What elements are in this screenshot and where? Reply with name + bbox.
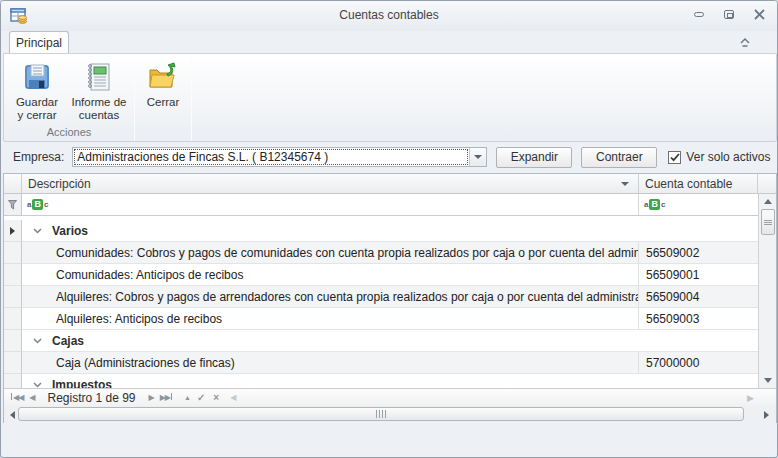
company-toolbar: Empresa: Administraciones de Fincas S.L.… xyxy=(1,143,777,171)
previous-record-button[interactable]: ◀ xyxy=(26,390,37,406)
triangle-right-icon xyxy=(764,411,769,419)
cell-cuenta[interactable]: 56509003 xyxy=(639,308,758,329)
group-row-varios[interactable]: Varios xyxy=(4,220,758,242)
cell-descripcion[interactable]: Alquileres: Cobros y pagos de arrendador… xyxy=(22,286,639,307)
row-indicator xyxy=(4,264,22,286)
abc-filter-icon: aBc xyxy=(27,199,48,210)
close-form-button[interactable]: Cerrar xyxy=(137,57,189,125)
cell-descripcion[interactable]: Caja (Administraciones de fincas) xyxy=(22,352,639,373)
next-record-button[interactable]: ▶ xyxy=(146,390,157,406)
expand-button[interactable]: Expandir xyxy=(496,147,572,168)
row-indicator xyxy=(4,330,22,352)
row-indicator xyxy=(4,374,22,388)
window-title: Cuentas contables xyxy=(1,8,777,22)
table-row[interactable]: Alquileres: Cobros y pagos de arrendador… xyxy=(4,286,758,308)
header-indicator-cell xyxy=(4,174,22,193)
report-button-label-line1: Informe de xyxy=(72,96,127,109)
filter-row-indicator xyxy=(4,194,22,215)
group-expand-chevron[interactable] xyxy=(22,382,52,388)
abc-letter-c: c xyxy=(44,200,48,210)
cell-cuenta[interactable]: 57000000 xyxy=(639,352,758,373)
report-button-label-line2: cuentas xyxy=(79,109,119,122)
cell-cuenta[interactable]: 56509004 xyxy=(639,286,758,307)
record-navigator: ◀◀ ◀ Registro 1 de 99 ▶ ▶▶ ▲ ✓ × ◀ ▶ xyxy=(4,388,776,406)
triangle-down-icon xyxy=(764,378,772,383)
active-only-checkbox[interactable] xyxy=(668,151,681,164)
abc-letter-a: a xyxy=(644,200,648,210)
triangle-up-icon xyxy=(764,199,772,204)
row-indicator xyxy=(4,308,22,330)
horizontal-scrollbar-thumb[interactable] xyxy=(18,407,744,421)
minimize-icon xyxy=(694,12,704,17)
column-header-descripcion[interactable]: Descripción xyxy=(22,174,639,193)
scroll-up-button[interactable] xyxy=(759,194,776,209)
cell-descripcion[interactable]: Alquileres: Anticipos de recibos xyxy=(22,308,639,329)
chevron-down-icon xyxy=(33,338,42,344)
ribbon-tab-row: Principal xyxy=(1,31,777,53)
edit-record-button[interactable]: ▲ xyxy=(181,390,193,406)
grid-body: aBc aBc xyxy=(4,194,776,388)
column-header-cuenta[interactable]: Cuenta contable xyxy=(639,174,758,193)
group-expand-chevron[interactable] xyxy=(22,338,52,344)
vertical-scrollbar[interactable] xyxy=(758,194,776,388)
empresa-combobox[interactable]: Administraciones de Fincas S.L. ( B12345… xyxy=(72,147,487,167)
save-icon xyxy=(21,61,53,93)
empresa-dropdown-button[interactable] xyxy=(469,148,486,166)
scroll-left-button[interactable] xyxy=(6,408,18,421)
cancel-edit-button[interactable]: × xyxy=(209,392,223,403)
group-row-impuestos[interactable]: Impuestos xyxy=(4,374,758,388)
filter-input-descripcion[interactable]: aBc xyxy=(22,194,639,215)
group-name: Varios xyxy=(52,224,88,238)
ribbon-collapse-button[interactable] xyxy=(737,35,753,49)
empresa-label: Empresa: xyxy=(13,150,64,164)
first-record-button[interactable]: ◀◀ xyxy=(8,390,26,406)
filter-input-cuenta[interactable]: aBc xyxy=(639,194,758,215)
row-indicator xyxy=(4,352,22,374)
abc-filter-icon: aBc xyxy=(644,199,665,210)
group-row-cajas[interactable]: Cajas xyxy=(4,330,758,352)
account-report-button[interactable]: Informe de cuentas xyxy=(67,57,131,125)
collapse-chevron-icon xyxy=(739,37,751,48)
close-button[interactable] xyxy=(751,7,767,22)
horizontal-scrollbar[interactable] xyxy=(4,406,776,423)
restore-button[interactable] xyxy=(721,7,737,22)
ribbon-separator xyxy=(191,54,192,141)
commit-edit-button[interactable]: ✓ xyxy=(193,392,209,403)
save-button-label-line2: y cerrar xyxy=(18,109,57,122)
abc-letter-a: a xyxy=(27,200,31,210)
grid-header: Descripción Cuenta contable xyxy=(4,174,776,194)
accounts-grid: Descripción Cuenta contable xyxy=(3,173,777,423)
group-expand-chevron[interactable] xyxy=(22,228,52,234)
save-button-label-line1: Guardar xyxy=(16,96,58,109)
triangle-left-icon xyxy=(10,411,15,419)
cell-cuenta[interactable]: 56509001 xyxy=(639,264,758,285)
ribbon-group-acciones: Guardar y cerrar xyxy=(4,54,134,141)
cell-descripcion[interactable]: Comunidades: Cobros y pagos de comunidad… xyxy=(22,242,639,263)
table-row[interactable]: Comunidades: Cobros y pagos de comunidad… xyxy=(4,242,758,264)
cell-descripcion[interactable]: Comunidades: Anticipos de recibos xyxy=(22,264,639,285)
table-row[interactable]: Caja (Administraciones de fincas) 570000… xyxy=(4,352,758,374)
save-and-close-button[interactable]: Guardar y cerrar xyxy=(7,57,67,125)
minimize-button[interactable] xyxy=(691,7,707,22)
navigator-scroll-right-button[interactable]: ▶ xyxy=(747,393,754,403)
title-bar: Cuentas contables xyxy=(1,1,777,31)
check-icon xyxy=(670,153,680,162)
tab-principal[interactable]: Principal xyxy=(9,31,69,53)
column-filter-arrow-icon[interactable] xyxy=(621,182,629,186)
chevron-down-icon xyxy=(33,382,42,388)
cell-cuenta[interactable]: 56509002 xyxy=(639,242,758,263)
close-folder-icon xyxy=(147,61,179,93)
app-window: Cuentas contables Principal xyxy=(0,0,778,458)
active-only-checkbox-wrap[interactable]: Ver solo activos xyxy=(668,150,770,164)
contract-button[interactable]: Contraer xyxy=(581,147,657,168)
table-row[interactable]: Comunidades: Anticipos de recibos 565090… xyxy=(4,264,758,286)
scroll-right-button[interactable] xyxy=(759,408,773,421)
navigator-scroll-left-button[interactable]: ◀ xyxy=(227,390,238,406)
close-icon xyxy=(754,9,765,20)
last-record-button[interactable]: ▶▶ xyxy=(157,390,175,406)
current-row-arrow-icon xyxy=(10,227,15,235)
scroll-down-button[interactable] xyxy=(759,373,776,388)
ribbon: Guardar y cerrar xyxy=(3,53,777,142)
vertical-scrollbar-thumb[interactable] xyxy=(761,209,775,235)
table-row[interactable]: Alquileres: Anticipos de recibos 5650900… xyxy=(4,308,758,330)
